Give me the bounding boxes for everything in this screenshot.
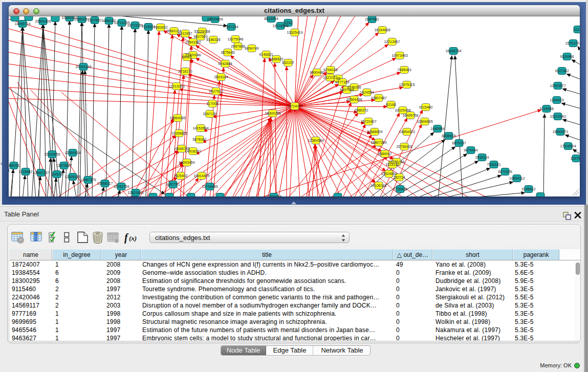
svg-text:53226058: 53226058: [194, 30, 210, 33]
svg-text:20053346: 20053346: [75, 65, 91, 69]
svg-text:19654935: 19654935: [169, 116, 185, 120]
svg-text:10958117: 10958117: [97, 182, 113, 185]
svg-text:12384554: 12384554: [308, 139, 323, 142]
svg-text:15751074: 15751074: [565, 41, 580, 45]
svg-text:16154838: 16154838: [374, 28, 390, 32]
svg-text:39151: 39151: [9, 168, 10, 172]
svg-text:(x): (x): [129, 234, 137, 242]
svg-text:9329966: 9329966: [560, 55, 574, 58]
svg-text:9684047: 9684047: [378, 152, 391, 156]
svg-text:10543382: 10543382: [185, 40, 201, 44]
svg-text:14055714: 14055714: [14, 22, 30, 26]
svg-text:9242848: 9242848: [218, 62, 232, 65]
svg-text:20564436: 20564436: [346, 98, 362, 101]
svg-text:1588520: 1588520: [269, 57, 283, 61]
svg-text:2967608: 2967608: [231, 45, 245, 48]
svg-text:13975887: 13975887: [56, 164, 72, 167]
svg-text:f: f: [124, 232, 129, 244]
svg-text:12975115: 12975115: [399, 83, 415, 86]
svg-text:3267130: 3267130: [203, 112, 216, 116]
svg-text:17016504: 17016504: [560, 144, 576, 148]
svg-text:19166825: 19166825: [171, 132, 187, 135]
svg-text:1527602: 1527602: [88, 18, 101, 22]
svg-text:9115460: 9115460: [419, 105, 433, 109]
svg-text:12093877: 12093877: [550, 84, 565, 87]
svg-text:12942737: 12942737: [33, 171, 49, 174]
svg-text:6794028: 6794028: [323, 68, 337, 72]
svg-text:16495758: 16495758: [402, 114, 418, 117]
svg-text:10025438: 10025438: [395, 108, 410, 112]
svg-text:1621072: 1621072: [323, 76, 337, 79]
svg-text:1615132: 1615132: [385, 163, 399, 166]
svg-text:10654112: 10654112: [509, 177, 525, 180]
svg-text:5878342: 5878342: [192, 138, 206, 141]
svg-text:15720407: 15720407: [360, 120, 376, 123]
svg-text:9146821: 9146821: [259, 53, 273, 56]
svg-text:16914479: 16914479: [193, 174, 209, 178]
svg-text:2803144: 2803144: [214, 75, 228, 79]
svg-text:1215682: 1215682: [18, 170, 32, 173]
svg-text:8186328: 8186328: [206, 38, 220, 41]
svg-text:985051: 985051: [9, 164, 20, 167]
svg-text:6879197: 6879197: [452, 141, 466, 145]
svg-text:20206556: 20206556: [44, 152, 60, 156]
svg-text:18724007: 18724007: [287, 104, 302, 108]
svg-text:13275046: 13275046: [227, 37, 243, 41]
svg-text:8938918: 8938918: [442, 134, 455, 138]
svg-text:10973493: 10973493: [391, 54, 407, 57]
svg-text:1640954: 1640954: [430, 127, 444, 130]
svg-text:62160: 62160: [386, 103, 396, 106]
svg-text:7663822: 7663822: [154, 26, 167, 29]
svg-text:1244419: 1244419: [550, 98, 563, 102]
svg-text:17957275: 17957275: [80, 178, 96, 182]
svg-text:9474444: 9474444: [464, 148, 477, 152]
svg-text:2986372: 2986372: [354, 108, 368, 112]
svg-text:9427512: 9427512: [209, 90, 223, 93]
svg-text:10899695: 10899695: [417, 120, 432, 123]
svg-text:18300295: 18300295: [265, 112, 280, 115]
svg-text:98961: 98961: [182, 55, 192, 59]
svg-text:10807487: 10807487: [371, 96, 386, 100]
svg-text:14918222: 14918222: [185, 149, 201, 153]
svg-text:9990448: 9990448: [310, 71, 323, 74]
svg-text:1624554: 1624554: [360, 91, 374, 94]
svg-text:7625402: 7625402: [173, 174, 187, 178]
svg-text:9827503: 9827503: [193, 35, 207, 38]
svg-text:9777169: 9777169: [335, 80, 349, 84]
svg-text:45: 45: [336, 77, 340, 80]
svg-text:10688609: 10688609: [366, 130, 382, 134]
svg-text:14153584: 14153584: [192, 126, 208, 130]
svg-text:15692971: 15692971: [552, 130, 568, 134]
svg-text:114519: 114519: [51, 172, 63, 176]
svg-text:117005: 117005: [207, 102, 219, 105]
svg-text:19218506: 19218506: [272, 24, 288, 28]
svg-text:18807289: 18807289: [371, 141, 386, 144]
svg-text:7357234: 7357234: [224, 25, 238, 29]
svg-text:20691406: 20691406: [35, 19, 51, 23]
svg-text:2933114: 2933114: [475, 156, 489, 159]
svg-text:10210643: 10210643: [550, 115, 565, 118]
svg-text:1332: 1332: [284, 21, 292, 25]
svg-text:12823485: 12823485: [266, 195, 281, 196]
svg-text:7632621: 7632621: [487, 163, 500, 166]
svg-text:9746266: 9746266: [347, 85, 361, 89]
svg-text:12213303: 12213303: [168, 84, 184, 88]
svg-text:1117: 1117: [574, 28, 580, 31]
svg-text:12505135: 12505135: [64, 175, 80, 179]
svg-text:12823485: 12823485: [127, 191, 143, 194]
svg-text:8912957: 8912957: [178, 32, 192, 35]
svg-text:2718170: 2718170: [178, 70, 192, 73]
svg-text:9457791: 9457791: [166, 183, 180, 186]
svg-text:16033809: 16033809: [207, 17, 223, 21]
svg-text:16782759: 16782759: [113, 185, 129, 188]
svg-text:8813054: 8813054: [264, 17, 278, 20]
svg-text:1733426: 1733426: [393, 187, 407, 191]
svg-text:252214: 252214: [393, 176, 405, 179]
svg-text:9245612: 9245612: [521, 187, 535, 191]
svg-text:14136141: 14136141: [371, 184, 386, 187]
svg-text:8471676: 8471676: [498, 170, 512, 173]
svg-text:2687682: 2687682: [365, 17, 379, 21]
svg-text:15716485: 15716485: [202, 185, 217, 188]
svg-text:12213967: 12213967: [384, 40, 400, 43]
svg-text:116753: 116753: [571, 157, 580, 160]
